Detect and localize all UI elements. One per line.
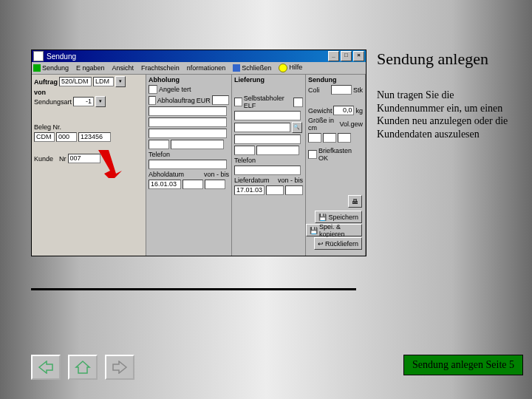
lieferung-plz[interactable] bbox=[234, 146, 255, 155]
lieferung-line1[interactable] bbox=[234, 111, 301, 120]
column-sendung: Sendung ColiStk Gewicht0,0kg Größe in cm… bbox=[306, 75, 366, 256]
lieferung-ort[interactable] bbox=[256, 146, 299, 155]
kunde-nr-input[interactable]: 007 bbox=[68, 154, 100, 163]
kopieren-button[interactable]: 💾Spei. & kopieren bbox=[306, 224, 362, 236]
beleg-a-input[interactable]: CDM bbox=[34, 132, 55, 142]
door-icon bbox=[233, 64, 240, 72]
save-icon: 💾 bbox=[310, 227, 318, 234]
selbst-input[interactable] bbox=[293, 98, 303, 107]
abholung-line2[interactable] bbox=[149, 117, 227, 127]
speichern-button[interactable]: 💾Speichern bbox=[315, 211, 362, 223]
lieferdatum-input[interactable]: 17.01.03 bbox=[234, 185, 265, 195]
abholung-header: Abholung bbox=[149, 76, 229, 83]
lief-von-input[interactable] bbox=[266, 185, 284, 195]
coli-input[interactable] bbox=[331, 85, 352, 95]
content-area: Auftrag 520/LDM LDM ▾ von Sendungsart -1… bbox=[32, 75, 366, 256]
lief-vonbis-label: von - bis bbox=[278, 177, 303, 184]
menu-eingaben[interactable]: E ngaben bbox=[76, 64, 105, 72]
abhol-checkbox[interactable] bbox=[149, 96, 156, 105]
sendungsart-dropdown[interactable]: ▾ bbox=[95, 96, 106, 107]
brief-checkbox[interactable] bbox=[308, 150, 317, 159]
rueckliefern-button[interactable]: ↩Rückliefern bbox=[314, 237, 362, 250]
arrow-right-icon bbox=[112, 361, 128, 374]
beleg-b-input[interactable]: 000 bbox=[56, 132, 77, 142]
nav-buttons bbox=[31, 355, 134, 380]
abholung-ort[interactable] bbox=[171, 140, 224, 149]
menu-frachtschein[interactable]: Frachtschein bbox=[141, 64, 180, 72]
sendung-icon bbox=[33, 64, 41, 72]
von-label: von bbox=[34, 89, 143, 96]
selbst-label: Selbstabholer ELF bbox=[244, 95, 292, 109]
abholung-line3[interactable] bbox=[149, 129, 227, 138]
groesse-h[interactable] bbox=[338, 133, 351, 143]
groesse-l[interactable] bbox=[308, 133, 321, 143]
abholung-plz[interactable] bbox=[149, 140, 169, 149]
lieferung-header: Lieferung bbox=[234, 76, 303, 83]
angele-checkbox[interactable] bbox=[149, 85, 157, 94]
annotation-arrow bbox=[94, 149, 123, 178]
gewicht-label: Gewicht bbox=[308, 107, 332, 115]
column-lieferung: Lieferung Selbstabholer ELF 🔍 Telefon Li… bbox=[232, 75, 306, 256]
abh-von-input[interactable] bbox=[183, 180, 203, 189]
coli-label: Coli bbox=[308, 86, 320, 94]
abh-telefon-label: Telefon bbox=[149, 151, 170, 158]
svg-marker-3 bbox=[113, 361, 126, 373]
abh-telefon-input[interactable] bbox=[149, 160, 227, 169]
menu-informationen[interactable]: nformationen bbox=[187, 64, 226, 72]
back-icon: ↩ bbox=[318, 240, 324, 248]
kunde-label: Kunde bbox=[34, 155, 53, 163]
abh-bis-input[interactable] bbox=[205, 180, 225, 189]
lieferung-line3[interactable] bbox=[234, 134, 301, 144]
sendung-header: Sendung bbox=[308, 76, 363, 83]
svg-marker-2 bbox=[76, 361, 89, 373]
groesse-label: Größe in cm bbox=[308, 117, 338, 132]
help-icon bbox=[279, 64, 287, 72]
separator-line bbox=[31, 288, 356, 290]
slide-description: Nun tragen Sie die Kundennummer ein, um … bbox=[377, 89, 510, 140]
arrow-left-icon bbox=[38, 361, 54, 374]
menubar: Sendung E ngaben Ansicht Frachtschein nf… bbox=[32, 62, 366, 75]
print-button[interactable]: 🖶 bbox=[348, 195, 362, 208]
nav-prev-button[interactable] bbox=[31, 355, 61, 380]
slide-title: Sendung anlegen bbox=[377, 50, 488, 69]
titlebar: Sendung _ □ × bbox=[32, 50, 366, 62]
eur-input[interactable] bbox=[212, 95, 229, 105]
auftrag-dropdown[interactable]: ▾ bbox=[115, 76, 126, 87]
kunde-nr-label: Nr bbox=[59, 155, 66, 163]
svg-marker-1 bbox=[39, 361, 52, 373]
groesse-b[interactable] bbox=[323, 133, 336, 143]
lief-bis-input[interactable] bbox=[285, 185, 303, 195]
beleg-label: Beleg Nr. bbox=[34, 123, 61, 131]
home-icon bbox=[75, 360, 91, 375]
nav-home-button[interactable] bbox=[68, 355, 98, 380]
menu-sendung[interactable]: Sendung bbox=[33, 64, 69, 72]
abholdatum-input[interactable]: 16.01.03 bbox=[149, 180, 181, 189]
stk-label: Stk bbox=[353, 86, 363, 94]
beleg-c-input[interactable]: 123456 bbox=[78, 132, 111, 142]
auftrag-input[interactable]: 520/LDM bbox=[59, 77, 92, 86]
sendungsart-input[interactable]: -1 bbox=[73, 97, 94, 106]
sendungsart-label: Sendungsart bbox=[34, 98, 72, 106]
window-title: Sendung bbox=[47, 52, 76, 61]
menu-schliessen[interactable]: Schließen bbox=[233, 64, 271, 72]
auftrag-type-input[interactable]: LDM bbox=[93, 77, 114, 86]
volgew-label: Vol.gew bbox=[339, 120, 363, 128]
brief-label: Briefkasten OK bbox=[318, 147, 363, 162]
printer-icon: 🖶 bbox=[352, 198, 358, 205]
auftrag-label: Auftrag bbox=[34, 78, 58, 86]
nav-next-button[interactable] bbox=[105, 355, 134, 380]
abhol-label: Abholauftrag bbox=[157, 97, 195, 104]
lieferung-search-button[interactable]: 🔍 bbox=[292, 122, 302, 133]
menu-ansicht[interactable]: Ansicht bbox=[112, 64, 134, 72]
gewicht-input[interactable]: 0,0 bbox=[333, 106, 354, 115]
abh-vonbis-label: von - bis bbox=[204, 171, 229, 178]
lief-telefon-input[interactable] bbox=[234, 166, 301, 175]
eur-label: EUR bbox=[197, 97, 211, 104]
lieferung-line2[interactable] bbox=[234, 123, 290, 132]
maximize-button[interactable]: □ bbox=[341, 51, 352, 61]
menu-hilfe[interactable]: Hilfe bbox=[279, 64, 302, 72]
abholung-line1[interactable] bbox=[149, 106, 227, 116]
close-button[interactable]: × bbox=[353, 51, 364, 61]
minimize-button[interactable]: _ bbox=[328, 51, 339, 61]
selbst-checkbox[interactable] bbox=[234, 98, 242, 106]
